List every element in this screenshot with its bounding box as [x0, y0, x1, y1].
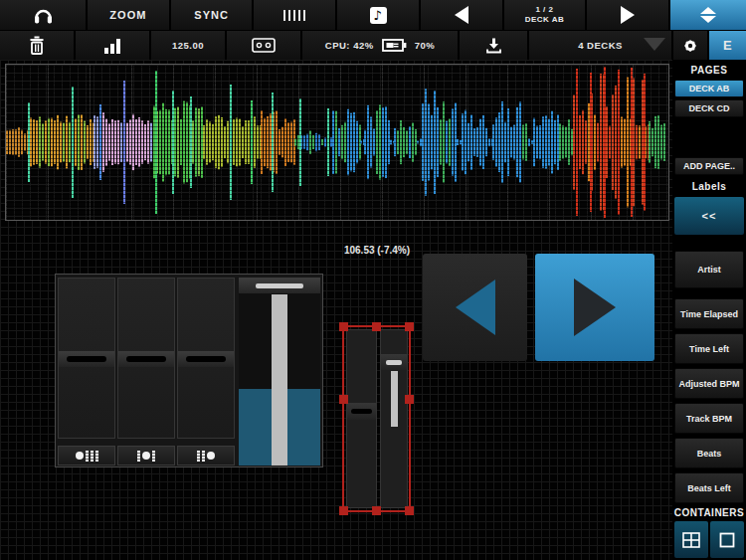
sidebar-page-deck-ab[interactable]: DECK AB: [674, 80, 744, 97]
label-item-time-elapsed[interactable]: Time Elapsed: [674, 298, 744, 329]
headphones-icon: [33, 5, 54, 25]
mixer-container: [55, 274, 323, 467]
resize-handle[interactable]: [405, 506, 414, 515]
pages-header: PAGES: [674, 62, 744, 78]
cassette-icon: [252, 36, 276, 55]
gear-icon: [682, 38, 698, 54]
top-toolbar: ZOOM SYNC ♪ 1 / 2 DECK AB: [0, 0, 746, 30]
selected-fader-a[interactable]: [346, 329, 377, 508]
cpu-readout: CPU: 42%: [325, 40, 374, 51]
resize-handle[interactable]: [339, 506, 348, 515]
container-single-button[interactable]: [710, 521, 744, 558]
sidebar-page-deck-cd[interactable]: DECK CD: [674, 99, 744, 117]
eq-fader-mid[interactable]: [117, 278, 175, 439]
eq-mid-icon: [142, 452, 150, 460]
label-item-track-bpm[interactable]: Track BPM: [674, 403, 744, 434]
volume-fader[interactable]: [239, 278, 320, 466]
fader-handle[interactable]: [178, 351, 234, 367]
zoom-button[interactable]: ZOOM: [88, 0, 169, 30]
five-bars-icon: [283, 10, 305, 21]
page-position: 1 / 2: [535, 5, 553, 15]
tempo-readout: 106.53 (-7.4%): [317, 245, 437, 256]
left-arrow-icon: [456, 280, 495, 335]
filter-high-button[interactable]: [177, 446, 235, 466]
beat-bars-button[interactable]: [254, 0, 335, 30]
app-root: ZOOM SYNC ♪ 1 / 2 DECK AB: [0, 0, 746, 560]
next-page-button[interactable]: [587, 0, 668, 30]
resize-handle[interactable]: [405, 395, 414, 404]
fader-handle[interactable]: [118, 351, 174, 367]
content-area: 106.53 (-7.4%): [0, 60, 746, 560]
previous-track-button[interactable]: [423, 254, 527, 361]
headphones-button[interactable]: [0, 0, 86, 30]
levels-button[interactable]: [76, 31, 149, 60]
battery-readout: 70%: [415, 40, 436, 51]
collapse-button[interactable]: <<: [674, 197, 744, 235]
eq-fader-high[interactable]: [177, 278, 235, 439]
waveform-canvas[interactable]: [6, 65, 668, 220]
containers-header: CONTAINERS: [674, 505, 744, 519]
resize-handle[interactable]: [372, 506, 381, 515]
fader-handle[interactable]: [347, 403, 376, 420]
deck-mode-value: 4 DECKS: [578, 40, 623, 51]
up-down-arrows-icon: [700, 7, 716, 23]
sync-button[interactable]: SYNC: [171, 0, 253, 30]
label-item-artist[interactable]: Artist: [674, 251, 744, 288]
filter-mid-button[interactable]: [117, 446, 175, 466]
edit-mode-button[interactable]: E: [709, 31, 746, 60]
container-grid-button[interactable]: [674, 521, 708, 558]
delete-button[interactable]: [0, 31, 74, 60]
right-arrow-icon: [574, 279, 616, 336]
grid-icon: [682, 532, 700, 548]
bar-chart-icon: [102, 37, 122, 55]
resize-handle[interactable]: [405, 322, 414, 331]
waveform-display[interactable]: [5, 64, 669, 221]
selected-fader-group[interactable]: [342, 325, 411, 512]
eq-fader-low[interactable]: [58, 278, 115, 439]
secondary-toolbar: 125.00 CPU: 42% 70%: [0, 31, 746, 60]
toggle-panel-button[interactable]: [670, 0, 746, 30]
left-arrow-icon: [455, 6, 468, 24]
sidebar: PAGES DECK AB DECK CD ADD PAGE.. Labels …: [672, 60, 746, 560]
selected-fader-b[interactable]: [380, 329, 408, 508]
containers-buttons: [674, 521, 744, 558]
label-item-time-left[interactable]: Time Left: [674, 333, 744, 364]
save-button[interactable]: [460, 31, 527, 60]
fader-stem: [391, 371, 398, 427]
recorder-button[interactable]: [227, 31, 300, 60]
label-item-beats-left[interactable]: Beats Left: [674, 472, 744, 503]
resize-handle[interactable]: [339, 322, 348, 331]
label-item-adjusted-bpm[interactable]: Adjusted BPM: [674, 368, 744, 399]
battery-icon: [382, 38, 407, 53]
prev-page-button[interactable]: [421, 0, 502, 30]
page-indicator[interactable]: 1 / 2 DECK AB: [504, 0, 586, 30]
add-page-button[interactable]: ADD PAGE..: [674, 157, 744, 175]
eq-high-icon: [207, 452, 215, 460]
fader-handle[interactable]: [381, 354, 407, 370]
next-track-button[interactable]: [535, 254, 654, 361]
resize-handle[interactable]: [372, 322, 381, 331]
labels-header: Labels: [674, 177, 744, 195]
square-icon: [719, 532, 735, 548]
download-icon: [485, 38, 502, 54]
fader-stem: [272, 294, 287, 466]
editor-canvas: 106.53 (-7.4%): [0, 60, 672, 560]
right-arrow-icon: [621, 6, 635, 24]
music-library-button[interactable]: ♪: [337, 0, 419, 30]
page-name: DECK AB: [525, 15, 565, 25]
settings-button[interactable]: [673, 31, 707, 60]
filter-low-button[interactable]: [58, 446, 115, 466]
resize-handle[interactable]: [339, 395, 348, 404]
trash-icon: [29, 36, 45, 55]
bpm-display[interactable]: 125.00: [151, 31, 225, 60]
music-note-icon: ♪: [370, 7, 387, 24]
dropdown-arrow-icon: [644, 38, 665, 51]
deck-mode-dropdown[interactable]: 4 DECKS: [529, 31, 671, 60]
system-status: CPU: 42% 70%: [302, 31, 458, 60]
eq-low-icon: [76, 452, 84, 460]
fader-handle[interactable]: [239, 278, 320, 293]
fader-handle[interactable]: [59, 351, 114, 367]
label-item-beats[interactable]: Beats: [674, 438, 744, 468]
